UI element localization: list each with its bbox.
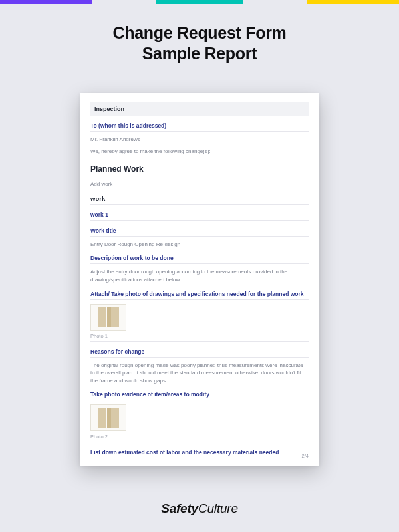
- divider: [90, 131, 309, 132]
- divider: [90, 442, 309, 442]
- section-heading-planned-work: Planned Work: [90, 164, 309, 174]
- drawing-thumbnail-1: [90, 304, 126, 331]
- sub-heading-work: work: [90, 195, 309, 202]
- to-label: To (whom this is addressed): [90, 122, 309, 129]
- brand-logo: SafetyCulture: [0, 501, 399, 516]
- page-title: Change Request Form Sample Report: [0, 0, 399, 65]
- evidence-photo-label: Take photo evidence of item/areas to mod…: [90, 391, 309, 398]
- divider: [90, 299, 309, 300]
- page-title-line2: Sample Report: [142, 44, 257, 63]
- sample-report-page: Inspection To (whom this is addressed) M…: [80, 93, 319, 466]
- divider: [90, 176, 309, 176]
- to-value: Mr. Franklin Andrews: [90, 136, 309, 144]
- accent-teal: [156, 0, 243, 4]
- page-number: 2/4: [302, 453, 309, 459]
- work1-label: work 1: [90, 211, 309, 218]
- agree-text: We, hereby agree to make the following c…: [90, 148, 309, 156]
- page-title-line1: Change Request Form: [113, 23, 287, 42]
- divider: [90, 357, 309, 358]
- photo2-caption: Photo 2: [90, 434, 309, 440]
- cost-label: List down estimated cost of labor and th…: [90, 449, 309, 456]
- top-accent-bar: [0, 0, 399, 4]
- divider: [90, 341, 309, 342]
- section-banner-inspection: Inspection: [90, 102, 309, 116]
- accent-yellow: [307, 0, 399, 4]
- drawing-thumbnail-2: [90, 404, 126, 431]
- attach-photo-label: Attach/ Take photo of drawings and speci…: [90, 291, 309, 297]
- description-label: Description of work to be done: [90, 255, 309, 261]
- work-title-value: Entry Door Rough Opening Re-design: [90, 241, 309, 249]
- divider: [90, 236, 309, 237]
- divider: [90, 263, 309, 264]
- description-value: Adjust the entry door rough opening acco…: [90, 268, 309, 283]
- work-title-label: Work title: [90, 227, 309, 234]
- divider: [90, 204, 309, 205]
- accent-gap: [243, 0, 307, 4]
- divider: [90, 400, 309, 400]
- divider: [90, 458, 309, 458]
- reasons-label: Reasons for change: [90, 348, 309, 355]
- reasons-value: The original rough opening made was poor…: [90, 362, 309, 385]
- accent-purple: [0, 0, 92, 4]
- divider: [90, 220, 309, 221]
- accent-gap: [92, 0, 156, 4]
- photo1-caption: Photo 1: [90, 333, 309, 339]
- add-work-text: Add work: [90, 180, 309, 188]
- brand-light: Culture: [198, 501, 238, 515]
- brand-bold: Safety: [161, 501, 198, 515]
